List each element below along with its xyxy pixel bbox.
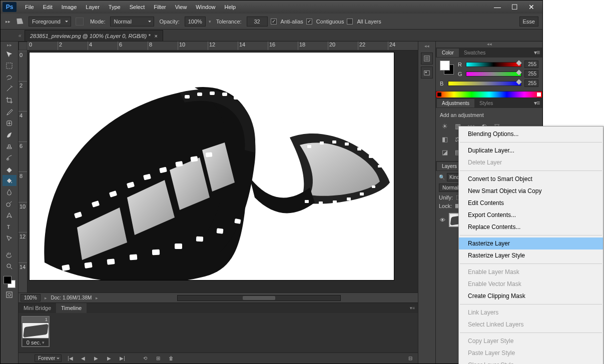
- contiguous-option[interactable]: Contiguous: [306, 18, 344, 24]
- tolerance-input[interactable]: 32: [247, 16, 268, 26]
- zoom-input[interactable]: 100%: [21, 294, 41, 302]
- toolbox-collapse-icon[interactable]: ▸▸: [7, 42, 12, 48]
- tab-swatches[interactable]: Swatches: [459, 48, 490, 57]
- all-layers-option[interactable]: All Layers: [347, 18, 381, 24]
- g-value[interactable]: 255: [524, 70, 538, 78]
- pen-tool[interactable]: [3, 210, 17, 220]
- last-frame-button[interactable]: ▶|: [118, 355, 127, 362]
- opacity-flyout-icon[interactable]: ▾: [209, 19, 211, 24]
- paint-bucket-tool-icon[interactable]: [15, 16, 26, 27]
- r-value[interactable]: 255: [524, 60, 538, 68]
- move-tool[interactable]: [3, 48, 17, 60]
- type-tool[interactable]: T: [3, 221, 17, 232]
- lasso-tool[interactable]: [3, 72, 17, 82]
- prev-frame-button[interactable]: ◀: [79, 355, 88, 362]
- b-value[interactable]: 255: [524, 80, 538, 87]
- horizontal-ruler[interactable]: 024 6810 121416 182022 24: [28, 42, 418, 50]
- b-slider[interactable]: [448, 81, 521, 86]
- menu-item-export-contents[interactable]: Export Contents...: [459, 209, 603, 221]
- foreground-color[interactable]: [4, 276, 12, 284]
- delete-frame-button[interactable]: 🗑: [167, 355, 176, 362]
- layer-context-menu[interactable]: Blending Options...Duplicate Layer...Del…: [458, 126, 603, 364]
- menu-item-edit-contents[interactable]: Edit Contents: [459, 197, 603, 209]
- quick-mask-toggle[interactable]: [3, 289, 17, 300]
- close-button[interactable]: ✕: [525, 3, 537, 11]
- fill-source-dropdown[interactable]: Foreground: [29, 16, 71, 26]
- workspace-switcher[interactable]: Esse: [519, 16, 538, 26]
- loop-dropdown[interactable]: Forever: [35, 354, 62, 362]
- duplicate-frame-button[interactable]: ⊞: [154, 355, 163, 362]
- vertical-ruler[interactable]: 024 6810 1214: [19, 50, 28, 292]
- h-scrollbar[interactable]: [177, 295, 341, 301]
- timeline-body[interactable]: 1 0 sec.▾: [19, 313, 418, 352]
- color-ramp[interactable]: [436, 91, 542, 98]
- menu-layer[interactable]: Layer: [81, 2, 104, 12]
- zoom-tool[interactable]: [3, 260, 17, 272]
- magic-wand-tool[interactable]: [3, 83, 17, 94]
- healing-brush-tool[interactable]: [3, 118, 17, 128]
- clone-stamp-tool[interactable]: [3, 140, 17, 152]
- menu-type[interactable]: Type: [104, 2, 125, 12]
- pattern-picker-icon[interactable]: [74, 16, 85, 27]
- play-button[interactable]: ▶: [92, 355, 101, 362]
- antialias-option[interactable]: Anti-alias: [271, 18, 303, 24]
- adjustments-panel-menu-icon[interactable]: ▾≡: [531, 100, 542, 106]
- canvas-viewport[interactable]: [28, 50, 418, 292]
- menu-item-new-smart-object-via-copy[interactable]: New Smart Object via Copy: [459, 185, 603, 197]
- menu-item-duplicate-layer[interactable]: Duplicate Layer...: [459, 144, 603, 156]
- menu-select[interactable]: Select: [125, 2, 150, 12]
- invert-adjustment-icon[interactable]: ◪: [440, 147, 450, 157]
- first-frame-button[interactable]: |◀: [66, 355, 75, 362]
- blend-mode-dropdown[interactable]: Normal: [110, 16, 154, 26]
- menu-item-replace-contents[interactable]: Replace Contents...: [459, 221, 603, 233]
- contiguous-checkbox[interactable]: [306, 18, 312, 24]
- menu-help[interactable]: Help: [220, 2, 240, 12]
- blur-tool[interactable]: [3, 186, 17, 198]
- dodge-tool[interactable]: [3, 198, 17, 209]
- document-tab[interactable]: 283851_preview.png @ 100% (Layer 0, RGB/…: [25, 30, 163, 41]
- options-expand-icon[interactable]: ▸▸: [5, 14, 12, 30]
- close-tab-icon[interactable]: ×: [154, 33, 157, 39]
- r-slider[interactable]: [466, 62, 521, 67]
- g-slider[interactable]: [466, 72, 521, 76]
- tab-styles[interactable]: Styles: [474, 99, 498, 108]
- brush-tool[interactable]: [3, 129, 17, 140]
- paint-bucket-tool[interactable]: [3, 175, 17, 186]
- menu-view[interactable]: View: [171, 2, 192, 12]
- brightness-adjustment-icon[interactable]: ☀: [440, 121, 450, 131]
- menu-filter[interactable]: Filter: [149, 2, 170, 12]
- opacity-input[interactable]: 100%: [185, 16, 206, 26]
- menu-edit[interactable]: Edit: [39, 2, 57, 12]
- convert-timeline-button[interactable]: ⊟: [406, 355, 415, 362]
- menu-item-convert-to-smart-object[interactable]: Convert to Smart Object: [459, 173, 603, 185]
- hand-tool[interactable]: [3, 249, 17, 260]
- marquee-tool[interactable]: [3, 60, 17, 71]
- tab-adjustments[interactable]: Adjustments: [437, 99, 474, 108]
- menu-item-rasterize-layer-style[interactable]: Rasterize Layer Style: [459, 250, 603, 262]
- crop-tool[interactable]: [3, 94, 17, 106]
- color-swatch[interactable]: [3, 275, 17, 289]
- tab-timeline[interactable]: Timeline: [56, 303, 87, 313]
- tween-button[interactable]: ⟲: [141, 355, 150, 362]
- eraser-tool[interactable]: [3, 164, 17, 174]
- document-canvas[interactable]: [30, 52, 394, 280]
- tab-mini-bridge[interactable]: Mini Bridge: [19, 303, 56, 313]
- timeline-menu-icon[interactable]: ▾≡: [407, 306, 418, 310]
- antialias-checkbox[interactable]: [271, 18, 277, 24]
- panels-collapse-icon[interactable]: ◂◂: [436, 42, 542, 48]
- path-selection-tool[interactable]: [3, 232, 17, 244]
- menu-item-create-clipping-mask[interactable]: Create Clipping Mask: [459, 290, 603, 302]
- layer-visibility-icon[interactable]: 👁: [439, 216, 446, 224]
- menu-item-rasterize-layer[interactable]: Rasterize Layer: [459, 238, 603, 250]
- all-layers-checkbox[interactable]: [347, 18, 353, 24]
- hue-adjustment-icon[interactable]: ◧: [440, 134, 450, 144]
- color-panel-menu-icon[interactable]: ▾≡: [531, 49, 542, 56]
- menu-image[interactable]: Image: [57, 2, 82, 12]
- doc-info[interactable]: Doc: 1.06M/1.38M: [51, 295, 92, 300]
- menu-file[interactable]: File: [21, 2, 39, 12]
- minimize-button[interactable]: —: [491, 3, 503, 11]
- menu-window[interactable]: Window: [191, 2, 220, 12]
- properties-panel-icon[interactable]: [421, 66, 433, 78]
- maximize-button[interactable]: ☐: [508, 3, 520, 11]
- animation-frame[interactable]: 1 0 sec.▾: [22, 316, 50, 347]
